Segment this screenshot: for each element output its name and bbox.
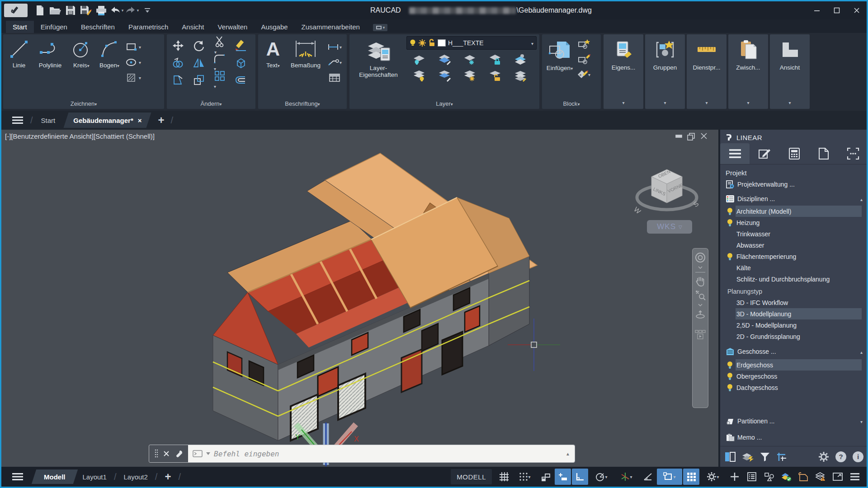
ortho-mode-button[interactable] [572,469,588,485]
panel-label-beschriftung[interactable]: Beschriftung [258,100,347,107]
linear-tab-selection[interactable] [839,143,868,164]
wrench-icon[interactable] [175,450,183,458]
tree-item-dachgeschoss[interactable]: Dachgeschoss [720,382,868,393]
layout-tab-modell[interactable]: Modell [34,469,75,484]
bogen-button[interactable]: Bogen [95,35,123,89]
pan-hand-icon[interactable] [695,276,705,286]
layer-on-bulb-icon[interactable] [726,361,734,369]
save-button[interactable] [63,4,78,17]
save-as-button[interactable] [78,4,94,17]
linear-dimension-button[interactable] [327,39,342,55]
viewport-label[interactable]: [-][Benutzerdefinierte Ansicht][Schattie… [5,132,155,140]
viewport-window-controls[interactable] [676,133,707,140]
wks-control[interactable]: WKS▽ [647,220,692,234]
isodraft-button[interactable] [614,469,639,485]
tree-item-3d-modellplanung[interactable]: 3D - Modellplanung [720,308,868,319]
snap-mode-button[interactable] [555,469,571,485]
layer-dropdown[interactable]: H___TEXTE [406,36,537,50]
close-command-icon[interactable] [163,450,170,457]
customization-menu-icon[interactable] [847,469,863,485]
filter-icon[interactable] [760,452,770,462]
linear-tab-edit[interactable] [750,143,779,164]
layer-eigenschaften-button[interactable]: Layer-Eigenschaften [352,36,405,90]
viewcube[interactable]: OBEN LINKS VORNE W S [632,169,700,216]
file-tab-drawing[interactable]: Gebäudemanager* [66,113,149,128]
layer-turn-on-button[interactable] [412,70,426,82]
tab-verwalten[interactable]: Verwalten [211,21,255,33]
layer-on-bulb-icon[interactable] [726,207,734,216]
panel-ansicht[interactable]: Ansicht [770,34,810,109]
bemassung-button[interactable]: Bemaßung [285,35,326,89]
viewcube-compass-south[interactable]: S [692,200,700,208]
new-file-button[interactable] [32,4,47,17]
app-logo[interactable] [4,4,28,17]
settings-gear-button[interactable] [700,469,726,485]
annotation-monitor-button[interactable] [778,469,794,485]
help-icon[interactable]: ? [835,451,846,462]
xref-button[interactable] [795,469,811,485]
leader-button[interactable] [327,55,342,70]
command-line-dock[interactable]: Befehl eingeben ▲ [149,445,575,462]
tree-item-flaechentemperierung[interactable]: Flächentemperierung [720,251,868,262]
dimension-settings-icon[interactable] [776,452,787,462]
panel-dienstprogramme[interactable]: Dienstpr... [687,34,726,109]
tree-item-erdgeschoss[interactable]: Erdgeschoss [720,359,868,371]
linear-tab-project-tree[interactable] [720,143,750,164]
panel-expand-chevron-icon[interactable] [664,98,666,106]
tree-item-25d-modellplanung[interactable]: 2,5D - Modellplanung [720,319,868,331]
quick-access-customize-button[interactable] [140,4,155,17]
layer-freeze-button[interactable] [463,54,476,65]
viewcube-compass-west[interactable]: W [632,205,642,216]
object-snap-3d-button[interactable] [683,469,699,485]
tree-item-2d-grundrissplanung[interactable]: 2D - Grundrissplanung [720,331,868,342]
polar-tracking-button[interactable] [589,469,613,485]
ellipse-tool-button[interactable] [125,55,141,70]
create-block-button[interactable] [577,36,590,52]
tree-item-heizung[interactable]: Heizung [720,217,868,228]
tree-item-abwasser[interactable]: Abwasser [720,239,868,251]
ribbon-display-options-button[interactable] [373,24,388,31]
steering-wheel-icon[interactable] [695,252,706,263]
fillet-button[interactable] [214,53,226,72]
expand-chevron-icon[interactable] [860,418,863,425]
tree-item-architektur[interactable]: Architektur (Modell) [720,206,868,217]
stretch-button[interactable] [172,74,184,86]
settings-gear-icon[interactable] [818,451,829,462]
tab-zusammenarbeiten[interactable]: Zusammenarbeiten [295,21,367,33]
tab-parametrisch[interactable]: Parametrisch [122,21,175,33]
table-button[interactable] [329,70,340,85]
tree-item-projektverwaltung[interactable]: Projektverwaltung ... [720,178,868,190]
snap-grid-button[interactable] [513,469,537,485]
tab-ausgabe[interactable]: Ausgabe [254,21,294,33]
panel-expand-chevron-icon[interactable] [705,98,708,106]
tab-beschriften[interactable]: Beschriften [74,21,122,33]
tree-item-trinkwasser[interactable]: Trinkwasser [720,228,868,239]
dynamic-input-button[interactable] [538,469,554,485]
panel-gruppen[interactable]: Gruppen [645,34,685,109]
layout-menu-hamburger-icon[interactable] [11,473,24,481]
open-file-button[interactable] [47,4,63,17]
navigation-bar[interactable] [692,248,708,408]
panel-label-block[interactable]: Block [542,100,601,107]
chevron-down-icon[interactable] [698,304,703,306]
orbit-icon[interactable] [695,310,706,320]
show-motion-icon[interactable] [694,329,706,340]
info-icon[interactable]: i [853,451,863,462]
drawing-viewport[interactable]: Y X OBEN LINKS VORNE W S [1,130,718,467]
tree-header-geschosse[interactable]: Geschosse ... [720,346,868,357]
layer-isolate-button[interactable] [438,54,451,65]
offset-button[interactable] [234,75,247,85]
linie-button[interactable]: Linie [5,35,33,89]
layout-tab-layout1[interactable]: Layout1 [75,473,114,481]
tab-start[interactable]: Start [6,21,34,33]
command-dock-grip[interactable] [149,445,188,462]
chevron-down-icon[interactable] [698,324,703,326]
command-expand-icon[interactable]: ▲ [566,451,570,456]
hatch-tool-button[interactable] [125,70,141,85]
quick-properties-button[interactable] [744,469,760,485]
tree-item-obergeschoss[interactable]: Obergeschoss [720,371,868,382]
panel-label-layer[interactable]: Layer [349,100,539,107]
layer-dropdown-chevron-icon[interactable] [531,39,533,47]
box-3d-button[interactable] [235,57,246,69]
command-history-chevron-icon[interactable] [206,452,210,455]
